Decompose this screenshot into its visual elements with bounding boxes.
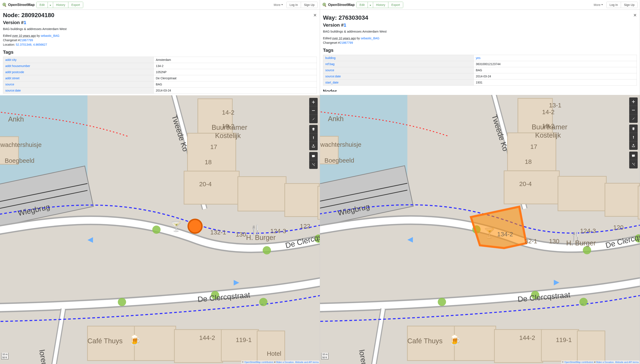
- query-button[interactable]: ?: [309, 160, 318, 169]
- edit-button[interactable]: Edit: [357, 2, 368, 8]
- scale-metric: 10 m: [321, 353, 328, 356]
- svg-text:18: 18: [525, 158, 532, 165]
- svg-text:144-2: 144-2: [199, 334, 215, 341]
- layers-button[interactable]: [309, 125, 318, 134]
- svg-point-62: [313, 136, 314, 138]
- tag-value: BAG: [154, 82, 317, 88]
- svg-text:19-2: 19-2: [222, 122, 235, 130]
- svg-text:Boegbeeld: Boegbeeld: [324, 157, 354, 164]
- tag-row: ref:bag363100012123744: [323, 61, 637, 67]
- svg-text:H. Burger: H. Burger: [566, 239, 596, 247]
- tag-row: start_date1931: [323, 80, 637, 86]
- signup-button[interactable]: Sign Up: [621, 2, 637, 8]
- map-canvas[interactable]: 🍸 🍴 🍺 ❀ Wiegbrug De Clercqstraat De Cler…: [0, 95, 320, 364]
- tag-row: buildingyes: [323, 55, 637, 61]
- edit-dropdown[interactable]: [368, 2, 373, 8]
- layers-button[interactable]: [629, 124, 638, 133]
- tag-value: BAG: [474, 67, 637, 73]
- edit-dropdown[interactable]: [48, 2, 53, 8]
- osm-logo[interactable]: OpenStreetMap: [2, 2, 35, 8]
- svg-text:14-2: 14-2: [222, 109, 235, 116]
- tag-key-link[interactable]: source:date: [325, 74, 341, 78]
- chevron-down-icon: [601, 4, 603, 5]
- tag-value-link[interactable]: yes: [476, 56, 480, 60]
- donate-link[interactable]: Make a Donation: [276, 361, 294, 363]
- note-button[interactable]: +: [629, 152, 638, 160]
- header-bar: OpenStreetMap Edit History Export More L…: [320, 0, 640, 10]
- tag-key-link[interactable]: source:date: [5, 89, 21, 92]
- tag-key-link[interactable]: addr:city: [5, 58, 17, 62]
- history-button[interactable]: History: [373, 2, 388, 8]
- note-button[interactable]: +: [309, 152, 318, 160]
- close-icon[interactable]: ✕: [633, 13, 637, 18]
- sidebar-content-node: ✕ Node: 2809204180 Version #1 BAG buildi…: [0, 10, 320, 95]
- svg-text:lorenkade: lorenkade: [357, 349, 371, 364]
- highlighted-node-marker: [188, 220, 202, 233]
- tag-key-link[interactable]: addr:postcode: [5, 70, 24, 74]
- version-link[interactable]: 1: [344, 22, 346, 28]
- contrib-link[interactable]: OpenStreetMap contributors: [564, 361, 593, 363]
- magnifier-globe-icon: [322, 2, 327, 8]
- key-button[interactable]: [309, 134, 318, 142]
- share-button[interactable]: [309, 142, 318, 150]
- tag-value: 2014-03-24: [474, 73, 637, 80]
- user-link[interactable]: sebastic_BAG: [361, 36, 379, 40]
- svg-text:124-3: 124-3: [580, 227, 596, 234]
- zoom-out-button[interactable]: [309, 106, 318, 115]
- edit-button[interactable]: Edit: [37, 2, 48, 8]
- more-dropdown[interactable]: More: [272, 2, 285, 8]
- tag-value: 363100012123744: [474, 61, 637, 67]
- svg-rect-63: [313, 137, 314, 139]
- left-panel: OpenStreetMap Edit History Export More L…: [0, 0, 320, 364]
- svg-text:Café Thuys: Café Thuys: [407, 337, 443, 345]
- tag-key-link[interactable]: addr:housenumber: [5, 64, 30, 68]
- version-link[interactable]: 1: [24, 20, 26, 25]
- locate-button[interactable]: [629, 114, 638, 123]
- svg-text:130: 130: [236, 231, 246, 238]
- tag-key-link[interactable]: building: [325, 56, 335, 60]
- right-panel: OpenStreetMap Edit History Export More L…: [320, 0, 640, 364]
- svg-text:Ankh: Ankh: [328, 115, 343, 122]
- changeset-link[interactable]: 21867799: [340, 41, 353, 44]
- svg-rect-12: [238, 177, 286, 211]
- export-button[interactable]: Export: [388, 2, 403, 8]
- tag-key-link[interactable]: addr:street: [5, 76, 20, 80]
- login-button[interactable]: Log In: [287, 2, 301, 8]
- zoom-out-button[interactable]: [629, 106, 638, 114]
- user-link[interactable]: sebastic_BAG: [41, 34, 60, 38]
- svg-text:🍺: 🍺: [129, 334, 141, 346]
- history-button[interactable]: History: [53, 2, 69, 8]
- location-link[interactable]: 52.3701346, 4.8656627: [16, 43, 47, 46]
- share-button[interactable]: [629, 142, 638, 150]
- donate-link[interactable]: Make a Donation: [596, 361, 614, 363]
- svg-text:20-4: 20-4: [199, 180, 212, 188]
- contrib-link[interactable]: OpenStreetMap contributors: [244, 361, 273, 363]
- zoom-in-button[interactable]: [629, 98, 638, 106]
- login-button[interactable]: Log In: [606, 2, 621, 8]
- tag-key-link[interactable]: start_date: [325, 81, 338, 84]
- export-button[interactable]: Export: [68, 2, 83, 8]
- tag-key-link[interactable]: source: [5, 83, 14, 86]
- close-icon[interactable]: ✕: [313, 13, 317, 18]
- terms-link[interactable]: Website and API terms: [295, 361, 319, 363]
- tags-heading: Tags: [3, 50, 317, 55]
- zoom-in-button[interactable]: [309, 98, 318, 106]
- svg-text:19-2: 19-2: [542, 122, 554, 129]
- signup-button[interactable]: Sign Up: [301, 2, 317, 8]
- tag-row: addr:streetDe Clercqstraat: [3, 75, 317, 82]
- terms-link[interactable]: Website and API terms: [615, 361, 639, 363]
- osm-logo[interactable]: OpenStreetMap: [322, 2, 355, 8]
- tag-key-link[interactable]: source: [325, 68, 334, 72]
- svg-rect-14: [318, 186, 320, 219]
- changeset-comment: BAG buildings & addresses Amsterdam West: [323, 30, 637, 33]
- map-canvas[interactable]: 🍸 🍴 🍺 ❀ 134-2 Wiegbrug De Clercqstraat D…: [320, 95, 640, 364]
- locate-button[interactable]: [309, 115, 318, 123]
- svg-rect-127: [632, 110, 635, 110]
- tag-key-link[interactable]: ref:bag: [325, 62, 335, 66]
- edited-timestamp[interactable]: over 10 years ago: [332, 36, 356, 40]
- edited-timestamp[interactable]: over 10 years ago: [12, 34, 36, 38]
- more-dropdown[interactable]: More: [592, 2, 605, 8]
- query-button[interactable]: ?: [629, 160, 638, 168]
- key-button[interactable]: [629, 133, 638, 142]
- changeset-link[interactable]: 21867799: [20, 38, 33, 42]
